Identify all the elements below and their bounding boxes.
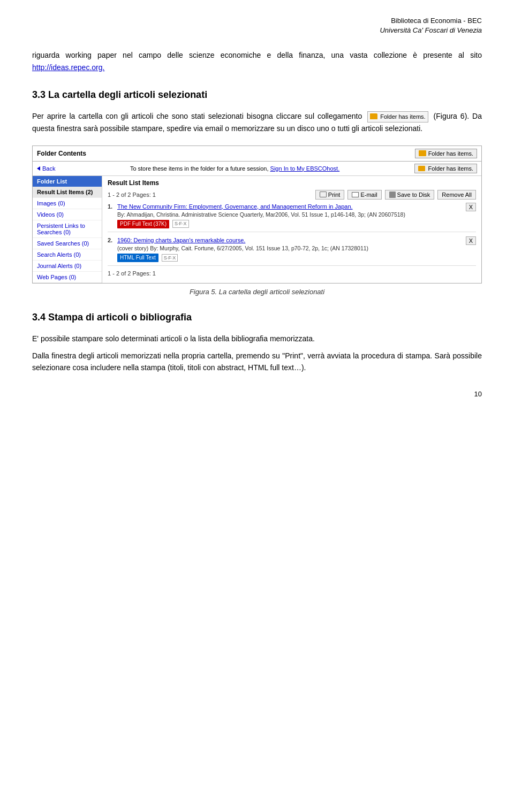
back-link[interactable]: Back (37, 165, 55, 172)
sidebar-item-images[interactable]: Images (0) (33, 198, 102, 209)
page-header: Biblioteca di Economia - BEC Università … (32, 11, 482, 40)
page-number: 10 (32, 385, 482, 398)
remove-all-button[interactable]: Remove All (437, 190, 476, 200)
section-34-heading: 3.4 Stampa di articoli o bibliografia (32, 312, 482, 323)
pagination-top: 1 - 2 of 2 Pages: 1 (108, 191, 156, 198)
sfx-badge-2: S·F·X (162, 254, 178, 262)
page-container: Biblioteca di Economia - BEC Università … (0, 0, 514, 812)
remove-item-1-button[interactable]: X (466, 203, 476, 211)
intro-link[interactable]: http://ideas.repec.org. (32, 63, 104, 72)
sidebar-item-videos[interactable]: Videos (0) (33, 209, 102, 220)
result-title-2: 1960: Deming charts Japan's remarkable c… (117, 236, 463, 244)
print-icon (320, 191, 327, 197)
action-buttons: Print E-mail Save to Disk Remove All (315, 190, 476, 200)
folder-screenshot: Folder Contents Folder has items. Back T… (32, 145, 482, 284)
sidebar-item-saved-searches[interactable]: Saved Searches (0) (33, 238, 102, 249)
folder-back-bar: Back To store these items in the folder … (33, 162, 481, 176)
result-meta-1: By: Ahmadijan, Christina. Administrative… (117, 211, 463, 219)
result-item-1: 1. The New Community Firm: Employment, G… (108, 203, 476, 232)
folder-has-items-label: Folder has items. (414, 164, 477, 173)
section-34-para2: Dalla finestra degli articoli memorizzat… (32, 350, 482, 374)
header-dash: - (462, 17, 468, 25)
result-num-1: 1. (108, 203, 117, 211)
sfx-badge-1: S·F·X (172, 220, 189, 228)
email-button[interactable]: E-mail (347, 190, 381, 200)
sidebar-item-journal-alerts[interactable]: Journal Alerts (0) (33, 261, 102, 272)
intro-paragraph: riguarda working paper nel campo delle s… (32, 49, 482, 73)
result-item-2: 2. 1960: Deming charts Japan's remarkabl… (108, 236, 476, 266)
back-icon (37, 166, 40, 171)
section-33-heading: 3.3 La cartella degli articoli seleziona… (32, 89, 482, 101)
pagination-bottom: 1 - 2 of 2 Pages: 1 (108, 270, 476, 277)
result-title-1: The New Community Firm: Employment, Gove… (117, 203, 463, 211)
sidebar-item-web-pages[interactable]: Web Pages (0) (33, 272, 102, 283)
sign-in-link[interactable]: Sign In to My EBSCOhost. (270, 165, 340, 172)
result-links-1: PDF Full Text (37K) S·F·X (117, 220, 463, 228)
sidebar-item-result-list[interactable]: Result List Items (2) (33, 187, 102, 198)
folder-has-items-inline-btn[interactable]: Folder has items. (367, 111, 428, 123)
store-text: To store these items in the folder for a… (130, 165, 339, 172)
content-title: Result List Items (108, 179, 476, 187)
save-to-disk-button[interactable]: Save to Disk (385, 190, 435, 200)
result-meta-2: (cover story) By: Murphy, Cait. Fortune,… (117, 244, 463, 252)
sidebar-item-persistent-links[interactable]: Persistent Links to Searches (0) (33, 220, 102, 238)
figure-caption: Figura 5. La cartella degli articoli sel… (32, 288, 482, 296)
sidebar-item-search-alerts[interactable]: Search Alerts (0) (33, 249, 102, 261)
result-links-2: HTML Full Text S·F·X (117, 254, 463, 262)
header-title: Biblioteca di Economia (391, 17, 462, 25)
email-icon (352, 192, 359, 197)
folder-sidebar: Folder List Result List Items (2) Images… (33, 176, 102, 283)
result-body-1: The New Community Firm: Employment, Gove… (117, 203, 463, 228)
result-title-link-1[interactable]: The New Community Firm: Employment, Gove… (117, 203, 353, 210)
remove-item-2-button[interactable]: X (466, 236, 476, 245)
folder-has-items-right-btn[interactable]: Folder has items. (415, 149, 477, 158)
folder-body: Folder List Result List Items (2) Images… (33, 176, 481, 283)
result-body-2: 1960: Deming charts Japan's remarkable c… (117, 236, 463, 262)
html-link-2[interactable]: HTML Full Text (117, 254, 158, 262)
pdf-link-1[interactable]: PDF Full Text (37K) (117, 220, 169, 228)
folder-list-header: Folder List (33, 176, 102, 187)
folder-main-content: Result List Items 1 - 2 of 2 Pages: 1 Pr… (102, 176, 481, 283)
header-subtitle: Università Ca' Foscari di Venezia (380, 26, 482, 34)
folder-header-title: Folder Contents (37, 150, 86, 157)
result-title-link-2[interactable]: 1960: Deming charts Japan's remarkable c… (117, 237, 245, 243)
result-num-2: 2. (108, 236, 117, 244)
folder-header-bar: Folder Contents Folder has items. (33, 146, 481, 162)
header-abbr: BEC (467, 17, 482, 25)
section-34-para1: E' possibile stampare solo determinati a… (32, 333, 482, 344)
section-33-para1: Per aprire la cartella con gli articoli … (32, 110, 482, 134)
print-button[interactable]: Print (315, 190, 345, 200)
disk-icon (389, 191, 396, 198)
action-bar-top: 1 - 2 of 2 Pages: 1 Print E-mail Sav (108, 190, 476, 200)
